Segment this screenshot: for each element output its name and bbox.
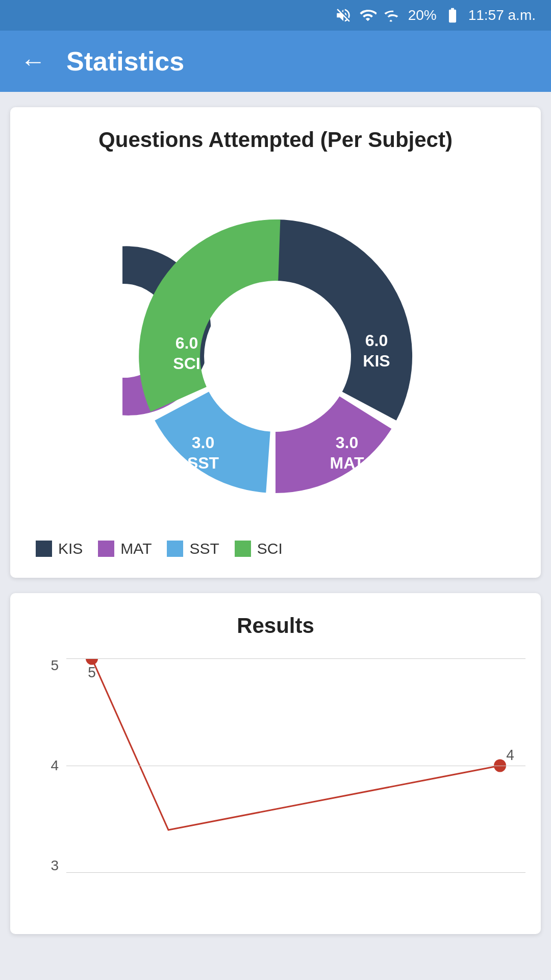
grid-line-5 xyxy=(66,658,525,659)
label-sst-value: 3.0 xyxy=(192,433,214,452)
grid-line-3 xyxy=(66,872,525,873)
result-line xyxy=(92,658,500,830)
page-title: Statistics xyxy=(66,46,184,77)
results-chart-title: Results xyxy=(26,614,525,638)
grid-line-4 xyxy=(66,766,525,766)
legend-item-kis: KIS xyxy=(36,540,83,557)
back-button[interactable]: ← xyxy=(20,48,46,74)
status-bar: 20% 11:57 a.m. xyxy=(0,0,551,31)
status-icons: 20% 11:57 a.m. xyxy=(335,7,536,24)
wifi-icon xyxy=(359,7,377,24)
legend-label-sci: SCI xyxy=(257,540,283,557)
legend-label-kis: KIS xyxy=(58,540,83,557)
legend-color-sci xyxy=(235,541,251,557)
point-label-2: 4 xyxy=(506,747,514,764)
legend-label-mat: MAT xyxy=(120,540,152,557)
mute-icon xyxy=(335,7,352,24)
legend-item-sci: SCI xyxy=(235,540,283,557)
y-label-4: 4 xyxy=(51,758,59,773)
legend-item-mat: MAT xyxy=(98,540,152,557)
battery-text: 20% xyxy=(408,7,437,23)
donut-chart-card: Questions Attempted (Per Subject) xyxy=(10,107,541,578)
label-sst-name: SST xyxy=(187,454,219,472)
results-chart-card: Results 5 4 3 5 4 xyxy=(10,593,541,934)
donut-chart-svg-clean xyxy=(219,178,525,484)
legend-color-sst xyxy=(167,541,183,557)
chart-plot-area: 5 4 xyxy=(66,658,525,873)
chart-legend: KIS MAT SST SCI xyxy=(26,540,525,557)
y-axis: 5 4 3 xyxy=(26,658,64,873)
clock-text: 11:57 a.m. xyxy=(468,7,536,23)
y-label-5: 5 xyxy=(51,658,59,673)
legend-color-kis xyxy=(36,541,52,557)
legend-color-mat xyxy=(98,541,114,557)
legend-label-sst: SST xyxy=(189,540,219,557)
app-bar: ← Statistics xyxy=(0,31,551,92)
battery-icon xyxy=(444,7,461,24)
point-label-1: 5 xyxy=(88,664,96,680)
label-sci-name: SCI xyxy=(173,354,200,373)
legend-item-sst: SST xyxy=(167,540,219,557)
donut-chart-title: Questions Attempted (Per Subject) xyxy=(26,128,525,152)
y-label-3: 3 xyxy=(51,859,59,873)
label-sci-value: 6.0 xyxy=(176,334,198,352)
signal-icon xyxy=(384,7,401,24)
donut-chart-container xyxy=(26,173,525,489)
results-chart-area: 5 4 3 5 4 xyxy=(26,658,525,914)
